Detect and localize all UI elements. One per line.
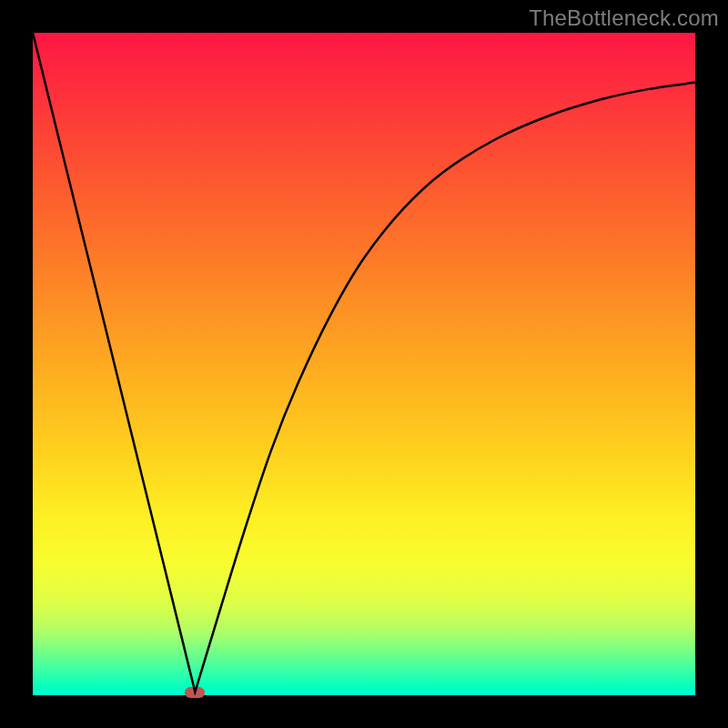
plot-area	[33, 33, 695, 695]
chart-frame: TheBottleneck.com	[0, 0, 728, 728]
valley-marker	[185, 687, 205, 698]
watermark-text: TheBottleneck.com	[529, 5, 719, 31]
